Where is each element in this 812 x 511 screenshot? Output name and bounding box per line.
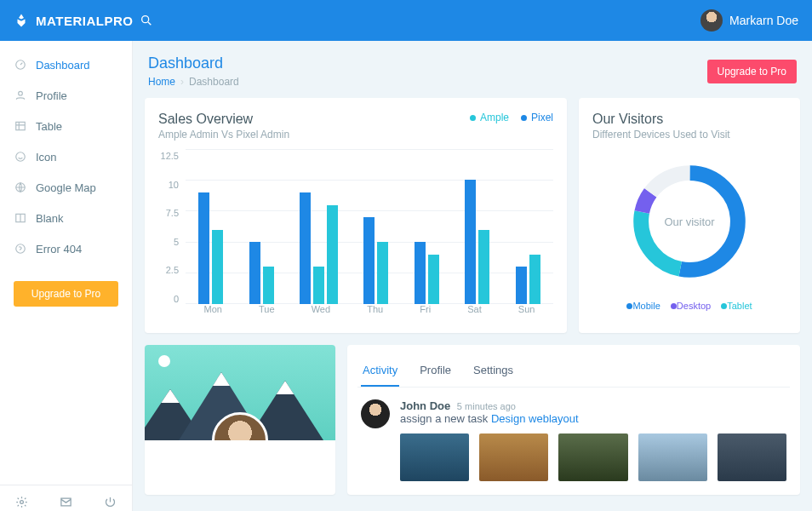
mail-button[interactable] [60, 496, 72, 508]
breadcrumb: Home › Dashboard [148, 76, 239, 88]
sales-title: Sales Overview [158, 112, 289, 127]
legend-item-mobile: Mobile [626, 301, 660, 311]
page-header: Dashboard Home › Dashboard Upgrade to Pr… [148, 55, 797, 88]
nav-list: Dashboard Profile Table Icon Google Map … [0, 41, 132, 273]
main-content: Dashboard Home › Dashboard Upgrade to Pr… [133, 41, 812, 511]
page-title: Dashboard [148, 55, 239, 72]
sidebar-item-label: Error 404 [36, 243, 82, 256]
tab-activity[interactable]: Activity [361, 355, 399, 387]
sidebar-item-label: Table [36, 120, 62, 133]
logout-button[interactable] [104, 496, 117, 508]
activity-text: assign a new task Design weblayout [400, 412, 786, 425]
user-avatar [700, 9, 723, 32]
svg-point-7 [16, 244, 26, 254]
brand[interactable]: MATERIALPRO [14, 13, 133, 28]
gauge-icon [14, 58, 27, 72]
settings-button[interactable] [15, 496, 28, 508]
table-icon [14, 119, 27, 133]
sidebar-item-label: Profile [36, 89, 67, 102]
sales-chart: 12.5 10 7.5 5 2.5 0 MonTueWedThuFriSatSu… [158, 149, 553, 319]
svg-point-8 [20, 501, 24, 504]
sidebar-item-google-map[interactable]: Google Map [0, 172, 132, 203]
chart-y-axis: 12.5 10 7.5 5 2.5 0 [158, 149, 184, 319]
profile-cover [145, 345, 335, 440]
help-icon [14, 242, 27, 256]
user-menu[interactable]: Markarn Doe [700, 9, 798, 32]
upgrade-button[interactable]: Upgrade to Pro [707, 60, 797, 83]
breadcrumb-home[interactable]: Home [148, 76, 175, 88]
topbar: MATERIALPRO Markarn Doe [0, 0, 812, 41]
thumbnail[interactable] [718, 433, 786, 481]
brand-text: MATERIALPRO [36, 14, 133, 28]
sidebar-item-table[interactable]: Table [0, 111, 132, 141]
svg-point-4 [16, 152, 26, 162]
thumbnail[interactable] [638, 433, 707, 481]
activity-item: John Doe 5 minutes ago assign a new task… [361, 399, 786, 481]
sales-legend: Ample Pixel [470, 112, 553, 123]
brand-icon [14, 13, 29, 28]
sidebar-item-label: Icon [36, 151, 57, 164]
activity-avatar [361, 399, 390, 428]
activity-user-name: John Doe [400, 399, 450, 412]
activity-time: 5 minutes ago [457, 401, 516, 411]
visitors-donut: Our visitor [592, 149, 786, 294]
svg-point-2 [19, 91, 23, 95]
thumbnail[interactable] [558, 433, 627, 481]
thumbnail[interactable] [400, 433, 469, 481]
globe-icon [14, 181, 27, 194]
sidebar-item-label: Dashboard [36, 59, 90, 72]
legend-item-tablet: Tablet [721, 301, 752, 311]
sidebar-upgrade-button[interactable]: Upgrade to Pro [14, 281, 118, 307]
sidebar: Dashboard Profile Table Icon Google Map … [0, 41, 133, 511]
legend-item-pixel: Pixel [521, 112, 553, 123]
chevron-right-icon: › [180, 76, 184, 88]
sales-overview-card: Sales Overview Ample Admin Vs Pixel Admi… [145, 98, 567, 333]
profile-card [145, 345, 335, 495]
tabs: Activity Profile Settings [357, 355, 790, 388]
sidebar-item-icon[interactable]: Icon [0, 141, 132, 172]
sales-subtitle: Ample Admin Vs Pixel Admin [158, 129, 289, 141]
user-name: Markarn Doe [729, 14, 798, 27]
sidebar-item-profile[interactable]: Profile [0, 80, 132, 111]
legend-item-ample: Ample [470, 112, 509, 123]
svg-rect-3 [16, 122, 26, 129]
activity-link[interactable]: Design weblayout [491, 412, 579, 425]
sidebar-footer [0, 485, 132, 511]
visitors-legend: Mobile Desktop Tablet [592, 301, 786, 311]
legend-item-desktop: Desktop [671, 301, 711, 311]
search-button[interactable] [140, 14, 153, 27]
svg-point-0 [142, 16, 149, 23]
tab-profile[interactable]: Profile [418, 355, 453, 387]
power-icon [104, 496, 117, 508]
activity-thumbnails [400, 433, 786, 481]
visitors-card: Our Visitors Different Devices Used to V… [579, 98, 800, 333]
sidebar-item-label: Blank [36, 212, 64, 225]
mail-icon [60, 496, 72, 508]
columns-icon [14, 211, 27, 225]
thumbnail[interactable] [479, 433, 548, 481]
sidebar-item-blank[interactable]: Blank [0, 203, 132, 233]
visitors-subtitle: Different Devices Used to Visit [592, 129, 786, 141]
visitors-title: Our Visitors [592, 112, 786, 127]
activity-card: Activity Profile Settings John Doe 5 min… [347, 345, 800, 495]
breadcrumb-current: Dashboard [189, 76, 239, 88]
search-icon [140, 14, 153, 27]
smile-icon [14, 150, 27, 164]
tab-settings[interactable]: Settings [472, 355, 515, 387]
gear-icon [15, 496, 28, 508]
person-icon [14, 89, 27, 102]
donut-center-label: Our visitor [664, 215, 714, 228]
sidebar-item-label: Google Map [36, 181, 96, 194]
sidebar-item-dashboard[interactable]: Dashboard [0, 49, 132, 80]
sidebar-item-error-404[interactable]: Error 404 [0, 233, 132, 264]
